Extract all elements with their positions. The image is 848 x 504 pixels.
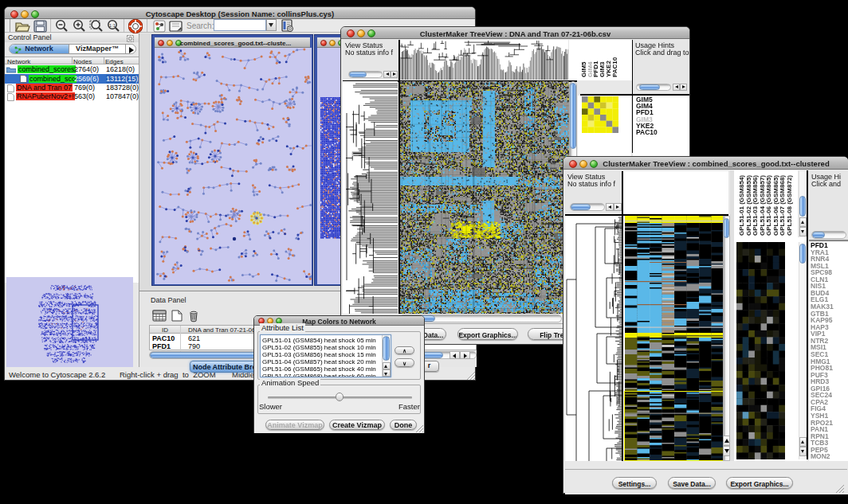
svg-text:1:1: 1:1 (109, 23, 116, 28)
